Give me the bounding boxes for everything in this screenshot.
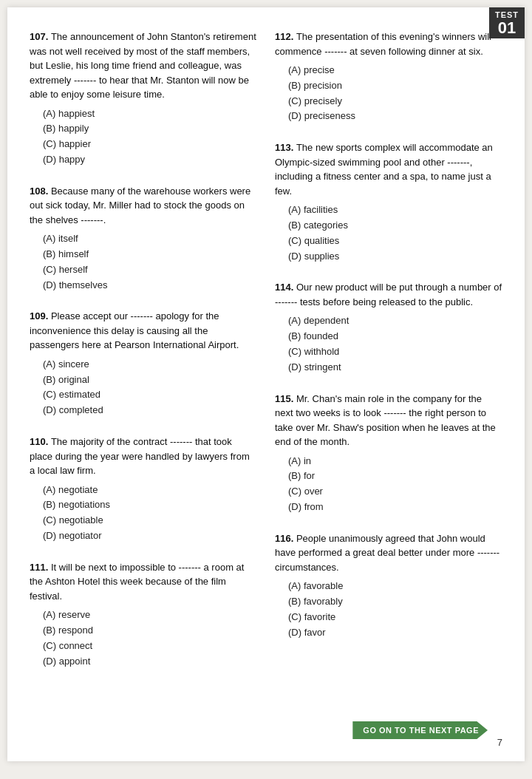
option-item[interactable]: (B) happily [43,121,257,137]
test-badge: TEST 01 [489,7,525,38]
test-number: 01 [489,19,525,37]
option-item[interactable]: (A) reserve [43,608,257,623]
option-item[interactable]: (A) favorable [288,579,502,594]
option-item[interactable]: (A) happiest [43,106,257,122]
option-item[interactable]: (C) negotiable [43,513,257,528]
option-item[interactable]: (D) from [288,500,502,515]
option-item[interactable]: (C) happier [43,137,257,152]
question-text-107: 107. The announcement of John Stanton's … [30,30,257,102]
option-item[interactable]: (B) respond [43,623,257,639]
question-num-115: 115. [275,393,296,404]
question-num-111: 111. [30,562,51,573]
next-page-button[interactable]: GO ON TO THE NEXT PAGE [352,721,488,739]
option-item[interactable]: (C) qualities [288,234,502,249]
option-item[interactable]: (C) connect [43,639,257,654]
question-108: 108. Because many of the warehouse worke… [30,184,257,293]
option-item[interactable]: (B) founded [288,329,502,344]
options-116: (A) favorable(B) favorably(C) favorite(D… [288,579,502,640]
option-item[interactable]: (A) precise [288,63,502,78]
question-115: 115. Mr. Chan's main role in the company… [275,392,502,515]
option-item[interactable]: (A) in [288,454,502,469]
question-num-109: 109. [30,310,51,322]
options-109: (A) sincere(B) original(C) estimated(D) … [43,357,257,418]
option-item[interactable]: (A) dependent [288,313,502,329]
question-text-114: 114. Our new product will be put through… [275,280,502,309]
options-115: (A) in(B) for(C) over(D) from [288,454,502,515]
question-text-110: 110. The majority of the contract ------… [30,435,257,478]
option-item[interactable]: (C) favorite [288,610,502,625]
question-num-114: 114. [275,282,296,293]
right-column: 112. The presentation of this evening's … [275,30,502,685]
question-112: 112. The presentation of this evening's … [275,30,502,124]
options-111: (A) reserve(B) respond(C) connect(D) app… [43,608,257,669]
option-item[interactable]: (D) themselves [43,278,257,293]
option-item[interactable]: (C) over [288,484,502,500]
option-item[interactable]: (A) itself [43,231,257,247]
option-item[interactable]: (B) himself [43,247,257,262]
question-116: 116. People unanimously agreed that John… [275,531,502,641]
question-text-108: 108. Because many of the warehouse worke… [30,184,257,228]
question-num-112: 112. [275,31,296,42]
exam-page: TEST 01 107. The announcement of John St… [7,7,525,761]
option-item[interactable]: (C) withhold [288,344,502,360]
option-item[interactable]: (D) preciseness [288,109,502,124]
question-113: 113. The new sports complex will accommo… [275,140,502,264]
question-text-116: 116. People unanimously agreed that John… [275,531,502,575]
option-item[interactable]: (D) happy [43,152,257,168]
options-108: (A) itself(B) himself(C) herself(D) them… [43,231,257,293]
options-110: (A) negotiate(B) negotiations(C) negotia… [43,483,257,544]
question-columns: 107. The announcement of John Stanton's … [30,30,502,685]
question-107: 107. The announcement of John Stanton's … [30,30,257,168]
option-item[interactable]: (A) facilities [288,203,502,218]
question-num-110: 110. [30,436,51,447]
question-text-109: 109. Please accept our ------- apology f… [30,309,257,353]
option-item[interactable]: (C) herself [43,262,257,278]
option-item[interactable]: (D) appoint [43,654,257,670]
options-113: (A) facilities(B) categories(C) qualitie… [288,203,502,264]
options-114: (A) dependent(B) founded(C) withhold(D) … [288,313,502,375]
question-num-108: 108. [30,186,51,197]
question-text-112: 112. The presentation of this evening's … [275,30,502,58]
question-111: 111. It will be next to impossible to --… [30,560,257,670]
question-num-113: 113. [275,142,296,153]
option-item[interactable]: (D) negotiator [43,528,257,544]
option-item[interactable]: (D) completed [43,403,257,418]
options-107: (A) happiest(B) happily(C) happier(D) ha… [43,106,257,168]
question-text-113: 113. The new sports complex will accommo… [275,140,502,198]
option-item[interactable]: (D) supplies [288,249,502,265]
left-column: 107. The announcement of John Stanton's … [30,30,257,685]
option-item[interactable]: (B) negotiations [43,497,257,513]
option-item[interactable]: (C) estimated [43,387,257,403]
option-item[interactable]: (B) original [43,373,257,388]
page-number: 7 [497,737,502,748]
option-item[interactable]: (D) stringent [288,360,502,375]
question-109: 109. Please accept our ------- apology f… [30,309,257,418]
option-item[interactable]: (D) favor [288,625,502,641]
option-item[interactable]: (B) precision [288,78,502,94]
question-110: 110. The majority of the contract ------… [30,435,257,544]
option-item[interactable]: (B) favorably [288,594,502,610]
option-item[interactable]: (A) negotiate [43,483,257,498]
question-num-116: 116. [275,533,296,544]
options-112: (A) precise(B) precision(C) precisely(D)… [288,63,502,124]
question-text-111: 111. It will be next to impossible to --… [30,560,257,604]
option-item[interactable]: (A) sincere [43,357,257,373]
option-item[interactable]: (C) precisely [288,94,502,109]
option-item[interactable]: (B) categories [288,218,502,234]
question-num-107: 107. [30,31,51,42]
question-text-115: 115. Mr. Chan's main role in the company… [275,392,502,449]
option-item[interactable]: (B) for [288,469,502,484]
question-114: 114. Our new product will be put through… [275,280,502,375]
